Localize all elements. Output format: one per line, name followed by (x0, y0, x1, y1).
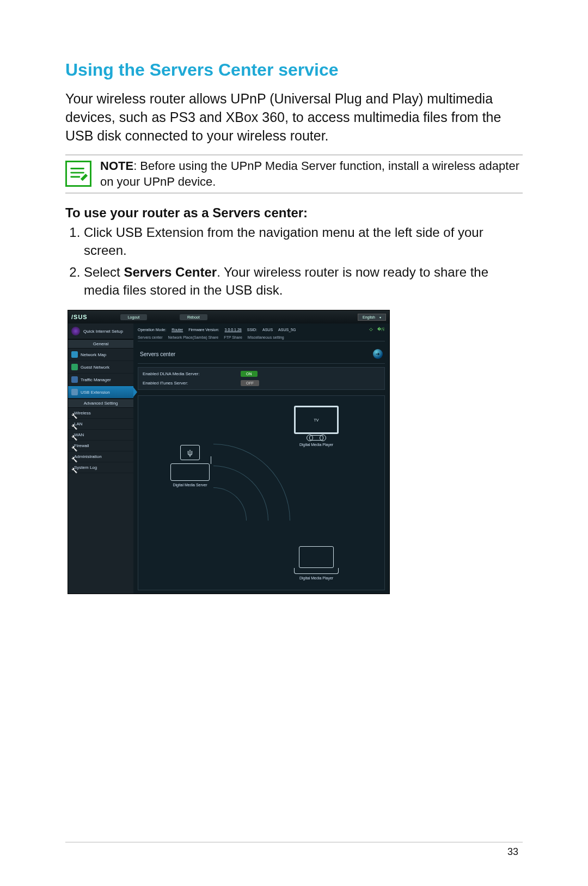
step-1: Click USB Extension from the navigation … (84, 224, 523, 259)
diagram-tv: TV Digital Media Player (286, 406, 346, 447)
tab-ftp-share[interactable]: FTP Share (224, 335, 242, 339)
brand-logo: /SUS (71, 314, 88, 320)
sidebar-item-wireless[interactable]: Wireless (68, 408, 133, 419)
router-topbar: /SUS Logout Reboot English (68, 310, 389, 323)
help-icon[interactable]: ➔ (373, 349, 383, 359)
panel-title: Servers center (140, 351, 175, 357)
sidebar-item-traffic-manager[interactable]: Traffic Manager (68, 374, 133, 386)
sidebar-item-firewall[interactable]: Firewall (68, 441, 133, 451)
sidebar-item-label: Guest Network (81, 365, 109, 370)
sidebar-item-label: Quick Internet Setup (83, 329, 123, 334)
tab-misc-setting[interactable]: Miscellaneous setting (248, 335, 284, 339)
wireless-waves-icon (213, 460, 295, 520)
note-text: NOTE: Before using the UPnP Media Server… (100, 158, 523, 190)
sidebar-item-network-map[interactable]: Network Map (68, 349, 133, 361)
reboot-button[interactable]: Reboot (180, 314, 207, 320)
firmware-link[interactable]: 3.0.0.1.28 (225, 328, 242, 332)
sidebar-item-label: Administration (74, 454, 102, 459)
globe-icon (71, 327, 80, 335)
sidebar-category-advanced: Advanced Setting (68, 399, 133, 408)
media-diagram: Digital Media Server TV Digital Media Pl… (138, 395, 385, 590)
sidebar-item-usb-extension[interactable]: USB Extension (68, 386, 133, 399)
router-sidebar: Quick Internet Setup General Network Map… (68, 323, 133, 594)
tab-samba-share[interactable]: Network Place(Samba) Share (168, 335, 219, 339)
usb-status-icon: ⯎ (369, 328, 373, 332)
sidebar-category-general: General (68, 339, 133, 349)
router-tabs: Servers center Network Place(Samba) Shar… (138, 335, 385, 341)
page-number: 33 (507, 846, 518, 858)
network-map-icon (71, 351, 78, 358)
settings-panel: Enabled DLNA Media Server: ON Enabled iT… (138, 367, 385, 390)
sidebar-item-label: Network Map (81, 352, 106, 357)
router-info-line: Operation Mode: Router Firmware Version:… (138, 327, 385, 332)
setting-itunes-row: Enabled iTunes Server: OFF (143, 380, 380, 386)
sidebar-item-administration[interactable]: Administration (68, 451, 133, 462)
note-block: NOTE: Before using the UPnP Media Server… (65, 155, 523, 193)
sidebar-item-label: USB Extension (81, 390, 110, 395)
itunes-toggle[interactable]: OFF (241, 380, 259, 386)
dlna-toggle[interactable]: ON (241, 371, 258, 377)
setting-dlna-row: Enabled DLNA Media Server: ON (143, 371, 380, 377)
intro-paragraph: Your wireless router allows UPnP (Univer… (65, 90, 523, 145)
diagram-media-server: Digital Media Server (160, 445, 220, 487)
setting-label: Enabled DLNA Media Server: (143, 371, 235, 376)
sidebar-item-lan[interactable]: LAN (68, 419, 133, 430)
footer-rule (65, 842, 523, 842)
step-2: Select Servers Center. Your wireless rou… (84, 264, 523, 299)
router-main: Operation Mode: Router Firmware Version:… (133, 323, 389, 594)
tab-servers-center[interactable]: Servers center (138, 335, 163, 339)
wifi-status-icon: �斥 (377, 327, 385, 332)
sidebar-quick-setup[interactable]: Quick Internet Setup (68, 323, 133, 339)
sidebar-item-label: System Log (74, 465, 97, 470)
setting-label: Enabled iTunes Server: (143, 381, 235, 386)
op-mode-link[interactable]: Router (171, 328, 183, 332)
sidebar-item-wan[interactable]: WAN (68, 430, 133, 441)
usb-icon (71, 389, 78, 395)
language-select[interactable]: English (358, 314, 386, 321)
panel-title-row: Servers center ➔ (138, 345, 385, 364)
section-heading: Using the Servers Center service (65, 60, 523, 80)
procedure-subhead: To use your router as a Servers center: (65, 205, 523, 221)
sidebar-item-system-log[interactable]: System Log (68, 462, 133, 473)
traffic-icon (71, 376, 78, 383)
logout-button[interactable]: Logout (120, 314, 147, 320)
router-screenshot: /SUS Logout Reboot English Quick Interne… (68, 310, 390, 594)
note-icon (65, 161, 91, 187)
sidebar-item-label: Traffic Manager (81, 377, 111, 382)
procedure-steps: Click USB Extension from the navigation … (65, 224, 523, 299)
guest-network-icon (71, 364, 78, 370)
diagram-laptop: Digital Media Player (286, 546, 346, 580)
sidebar-item-guest-network[interactable]: Guest Network (68, 361, 133, 374)
